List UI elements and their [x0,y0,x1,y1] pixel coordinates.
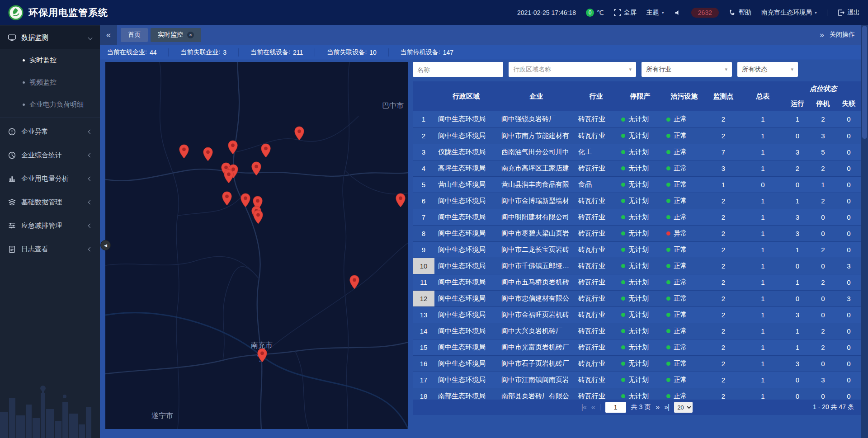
tab-realtime-monitor[interactable]: 实时监控 × [151,28,201,42]
cell-meter: 1 [741,111,785,127]
cell-industry: 砖瓦行业 [575,111,618,127]
sidebar-subitem-video-monitor[interactable]: 视频监控 [0,71,100,94]
close-icon[interactable]: × [187,32,194,38]
close-operations-button[interactable]: 关闭操作 [830,31,855,39]
table-row[interactable]: 4 高坪生态环境局 南充市高坪区王家店建 砖瓦行业 无计划 正常 3 1 2 2… [413,160,861,176]
map-pin[interactable] [203,147,212,161]
cell-limit: 无计划 [618,160,663,176]
table-row[interactable]: 5 营山生态环境局 营山县润丰肉食品有限 食品 无计划 正常 1 0 0 1 0 [413,176,861,193]
sidebar-item-log-view[interactable]: 日志查看 [0,237,100,261]
table-row[interactable]: 9 阆中生态环境局 阆中市二龙长宝页岩砖 砖瓦行业 无计划 正常 2 1 1 2… [413,241,861,258]
map-pin[interactable] [222,192,231,205]
table-row[interactable]: 14 阆中生态环境局 阆中大兴页岩机砖厂 砖瓦行业 无计划 正常 2 1 1 2… [413,323,861,339]
cell-meter: 1 [741,127,785,144]
cell-run: 0 [785,372,810,388]
header-lost: 失联 [836,96,861,111]
table-row[interactable]: 12 阆中生态环境局 阆中市忠信建材有限公 砖瓦行业 无计划 正常 2 1 0 … [413,290,861,306]
cell-limit: 无计划 [618,339,663,355]
org-dropdown[interactable]: 南充市生态环境局 ▾ [761,9,817,17]
map-pin[interactable] [179,145,189,158]
map-pin[interactable] [224,170,233,183]
next-page-button[interactable]: » [656,403,659,411]
table-row[interactable]: 1 阆中生态环境局 阆中强锐页岩砖厂 砖瓦行业 无计划 正常 2 1 1 2 0 [413,111,861,127]
tabs-scroll-left-button[interactable]: « [100,25,117,45]
alert-count-badge[interactable]: 2632 [691,8,719,18]
cell-meter: 1 [741,372,785,388]
cell-limit: 无计划 [618,176,663,193]
header-right: 2021-02-25 17:46:18 0 ℃ 全屏 主题 ▾ 2632 [517,8,860,18]
table-row[interactable]: 17 阆中生态环境局 阆中市江南镇阆南页岩 砖瓦行业 无计划 正常 2 1 0 … [413,372,861,388]
scrollbar-thumb[interactable] [862,26,867,139]
cell-meter: 1 [741,274,785,290]
table-row[interactable]: 7 阆中生态环境局 阆中明阳建材有限公司 砖瓦行业 无计划 正常 2 1 3 0… [413,209,861,225]
cell-meter: 1 [741,144,785,160]
name-filter-input[interactable] [413,62,503,77]
sidebar-item-power-analysis[interactable]: 企业用电量分析 [0,167,100,190]
table-row[interactable]: 13 阆中生态环境局 阆中市金福旺页岩机砖 砖瓦行业 无计划 正常 2 1 3 … [413,306,861,323]
cell-run: 1 [785,323,810,339]
map-pin[interactable] [254,210,263,224]
map-pin[interactable] [241,193,250,207]
cell-index: 6 [413,193,434,209]
page-size-select[interactable]: 20 [674,402,693,413]
sidebar-item-base-data[interactable]: 基础数据管理 [0,190,100,214]
company-table: 行政区域 企业 行业 停限产 治污设施 监测点 总表 点位状态 [413,81,861,400]
cell-index: 11 [413,274,434,290]
logout-button[interactable]: 退出 [837,9,860,17]
collapse-panel-button[interactable]: ◀ [100,240,111,250]
table-row[interactable]: 11 阆中生态环境局 阆中市五马桥页岩机砖 砖瓦行业 无计划 正常 2 1 1 … [413,274,861,290]
filter-bar: 行政区域名称 ▾ 所有行业 ▾ 所有状态 ▾ [413,62,861,77]
table-row[interactable]: 2 阆中生态环境局 阆中市南方节能建材有 砖瓦行业 无计划 正常 2 1 0 3… [413,127,861,144]
stat-offline-companies: 当前失联企业: 3 [180,48,239,57]
map-pin[interactable] [261,144,270,157]
monitor-icon [8,34,16,42]
table-row[interactable]: 8 阆中生态环境局 阆中市枣碧大梁山页岩 砖瓦行业 无计划 异常 2 1 3 0… [413,225,861,241]
cell-meter: 1 [741,160,785,176]
table-row[interactable]: 10 阆中生态环境局 阆中市千佛镇五郎垭页岩 砖瓦行业 无计划 正常 2 1 0… [413,258,861,274]
stat-label: 当前失联企业: [180,48,220,57]
map-pin[interactable] [295,127,304,140]
map-svg[interactable]: 巴中市南充市遂宁市 [105,62,408,429]
sidebar-item-emergency-reduction[interactable]: 应急减排管理 [0,214,100,237]
theme-dropdown[interactable]: 主题 ▾ [646,9,664,17]
cell-industry: 砖瓦行业 [575,355,618,372]
sidebar-item-data-monitoring[interactable]: 数据监测 [0,26,100,49]
first-page-button[interactable]: |« [581,403,586,411]
cell-stop: 2 [810,323,836,339]
tab-home[interactable]: 首页 [121,28,148,42]
sidebar-subitem-power-load-detail[interactable]: 企业电力负荷明细 [0,94,100,116]
status-filter-value: 所有状态 [742,66,767,74]
map-pin[interactable] [396,193,405,207]
status-dot-icon [666,150,670,154]
right-panel: 行政区域名称 ▾ 所有行业 ▾ 所有状态 ▾ [413,62,861,438]
table-row[interactable]: 18 南部生态环境局 南部县页岩砖厂有限公 砖瓦行业 无计划 正常 2 1 0 … [413,388,861,400]
stat-stopped-devices: 当前停机设备: 147 [401,48,465,57]
status-dot-icon [666,297,670,301]
sidebar-subitem-realtime-monitor[interactable]: 实时监控 [0,49,100,71]
cell-lost: 0 [836,176,861,193]
table-row[interactable]: 6 阆中生态环境局 阆中市金博瑞新型墙材 砖瓦行业 无计划 正常 2 1 1 2… [413,193,861,209]
cell-run: 0 [785,290,810,306]
table-row[interactable]: 3 仪陇生态环境局 西南油气田分公司川中 化工 无计划 正常 7 1 3 5 0 [413,144,861,160]
status-filter-select[interactable]: 所有状态 ▾ [737,62,798,77]
last-page-button[interactable]: »| [664,403,669,411]
map[interactable]: ◀ [105,62,408,429]
region-filter-select[interactable]: 行政区域名称 ▾ [509,62,636,77]
table-row[interactable]: 15 阆中生态环境局 阆中市光富页岩机砖厂 砖瓦行业 无计划 正常 2 1 1 … [413,339,861,355]
content-area: ◀ [100,60,861,438]
cell-facility: 异常 [663,225,706,241]
tabs-scroll-right-button[interactable]: » [820,30,824,40]
prev-page-button[interactable]: « [591,403,595,411]
scrollbar[interactable] [861,25,868,438]
cell-monitor: 2 [706,258,741,274]
page-input[interactable] [605,402,626,413]
fullscreen-button[interactable]: 全屏 [614,9,637,17]
sidebar-item-company-statistics[interactable]: 企业综合统计 [0,143,100,167]
speaker-icon[interactable] [674,9,681,16]
map-pin[interactable] [258,349,267,362]
help-button[interactable]: 帮助 [729,9,751,17]
table-row[interactable]: 16 阆中生态环境局 阆中市石子页岩机砖厂 砖瓦行业 无计划 正常 2 1 3 … [413,355,861,372]
industry-filter-select[interactable]: 所有行业 ▾ [642,62,732,77]
sidebar-item-company-abnormal[interactable]: 企业异常 [0,120,100,143]
cell-monitor: 2 [706,290,741,306]
